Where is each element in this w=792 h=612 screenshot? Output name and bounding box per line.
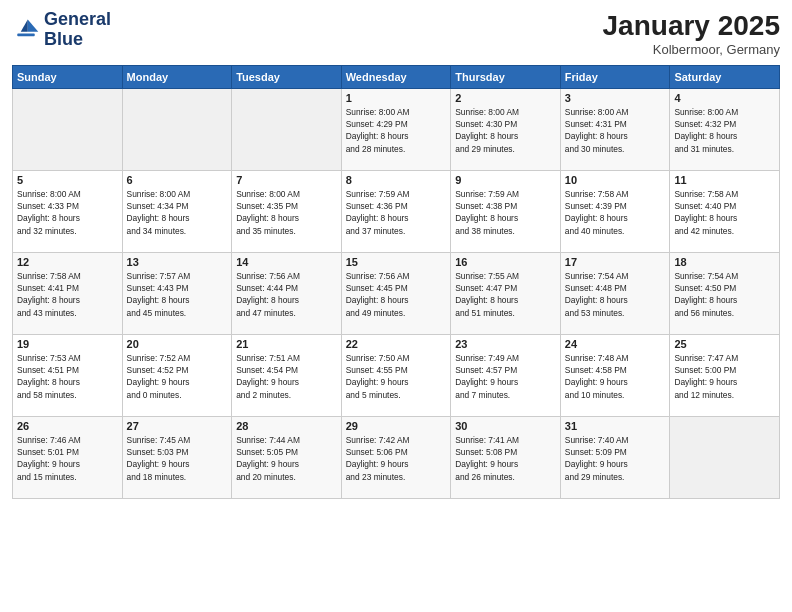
calendar-cell: 10Sunrise: 7:58 AM Sunset: 4:39 PM Dayli… — [560, 171, 670, 253]
day-number: 19 — [17, 338, 118, 350]
day-info: Sunrise: 7:46 AM Sunset: 5:01 PM Dayligh… — [17, 434, 118, 483]
day-number: 14 — [236, 256, 337, 268]
day-info: Sunrise: 7:47 AM Sunset: 5:00 PM Dayligh… — [674, 352, 775, 401]
day-info: Sunrise: 7:51 AM Sunset: 4:54 PM Dayligh… — [236, 352, 337, 401]
day-info: Sunrise: 7:53 AM Sunset: 4:51 PM Dayligh… — [17, 352, 118, 401]
calendar-cell — [13, 89, 123, 171]
calendar-cell: 23Sunrise: 7:49 AM Sunset: 4:57 PM Dayli… — [451, 335, 561, 417]
day-info: Sunrise: 8:00 AM Sunset: 4:29 PM Dayligh… — [346, 106, 447, 155]
day-info: Sunrise: 7:56 AM Sunset: 4:44 PM Dayligh… — [236, 270, 337, 319]
logo-text: General Blue — [44, 10, 111, 50]
calendar-cell: 17Sunrise: 7:54 AM Sunset: 4:48 PM Dayli… — [560, 253, 670, 335]
svg-marker-1 — [21, 19, 28, 31]
day-info: Sunrise: 7:58 AM Sunset: 4:40 PM Dayligh… — [674, 188, 775, 237]
day-number: 28 — [236, 420, 337, 432]
day-number: 18 — [674, 256, 775, 268]
calendar-cell: 27Sunrise: 7:45 AM Sunset: 5:03 PM Dayli… — [122, 417, 232, 499]
week-row-3: 12Sunrise: 7:58 AM Sunset: 4:41 PM Dayli… — [13, 253, 780, 335]
day-number: 5 — [17, 174, 118, 186]
day-number: 10 — [565, 174, 666, 186]
calendar-cell: 24Sunrise: 7:48 AM Sunset: 4:58 PM Dayli… — [560, 335, 670, 417]
calendar-cell: 26Sunrise: 7:46 AM Sunset: 5:01 PM Dayli… — [13, 417, 123, 499]
svg-marker-0 — [28, 19, 39, 31]
day-info: Sunrise: 7:42 AM Sunset: 5:06 PM Dayligh… — [346, 434, 447, 483]
day-info: Sunrise: 7:40 AM Sunset: 5:09 PM Dayligh… — [565, 434, 666, 483]
calendar-cell: 21Sunrise: 7:51 AM Sunset: 4:54 PM Dayli… — [232, 335, 342, 417]
day-number: 17 — [565, 256, 666, 268]
calendar-cell: 22Sunrise: 7:50 AM Sunset: 4:55 PM Dayli… — [341, 335, 451, 417]
week-row-4: 19Sunrise: 7:53 AM Sunset: 4:51 PM Dayli… — [13, 335, 780, 417]
calendar-cell: 28Sunrise: 7:44 AM Sunset: 5:05 PM Dayli… — [232, 417, 342, 499]
day-info: Sunrise: 7:44 AM Sunset: 5:05 PM Dayligh… — [236, 434, 337, 483]
day-info: Sunrise: 7:49 AM Sunset: 4:57 PM Dayligh… — [455, 352, 556, 401]
logo-line2: Blue — [44, 30, 111, 50]
day-info: Sunrise: 7:55 AM Sunset: 4:47 PM Dayligh… — [455, 270, 556, 319]
day-number: 8 — [346, 174, 447, 186]
calendar-cell — [122, 89, 232, 171]
calendar-cell: 20Sunrise: 7:52 AM Sunset: 4:52 PM Dayli… — [122, 335, 232, 417]
weekday-thursday: Thursday — [451, 66, 561, 89]
weekday-header-row: SundayMondayTuesdayWednesdayThursdayFrid… — [13, 66, 780, 89]
week-row-2: 5Sunrise: 8:00 AM Sunset: 4:33 PM Daylig… — [13, 171, 780, 253]
day-info: Sunrise: 8:00 AM Sunset: 4:35 PM Dayligh… — [236, 188, 337, 237]
calendar-cell: 3Sunrise: 8:00 AM Sunset: 4:31 PM Daylig… — [560, 89, 670, 171]
day-number: 31 — [565, 420, 666, 432]
week-row-1: 1Sunrise: 8:00 AM Sunset: 4:29 PM Daylig… — [13, 89, 780, 171]
location: Kolbermoor, Germany — [603, 42, 780, 57]
calendar-cell: 29Sunrise: 7:42 AM Sunset: 5:06 PM Dayli… — [341, 417, 451, 499]
header: General Blue January 2025 Kolbermoor, Ge… — [12, 10, 780, 57]
page-container: General Blue January 2025 Kolbermoor, Ge… — [0, 0, 792, 507]
day-number: 1 — [346, 92, 447, 104]
calendar-cell: 12Sunrise: 7:58 AM Sunset: 4:41 PM Dayli… — [13, 253, 123, 335]
calendar-cell: 4Sunrise: 8:00 AM Sunset: 4:32 PM Daylig… — [670, 89, 780, 171]
day-number: 27 — [127, 420, 228, 432]
calendar-cell: 8Sunrise: 7:59 AM Sunset: 4:36 PM Daylig… — [341, 171, 451, 253]
day-info: Sunrise: 7:59 AM Sunset: 4:36 PM Dayligh… — [346, 188, 447, 237]
title-block: January 2025 Kolbermoor, Germany — [603, 10, 780, 57]
month-title: January 2025 — [603, 10, 780, 42]
calendar-cell: 2Sunrise: 8:00 AM Sunset: 4:30 PM Daylig… — [451, 89, 561, 171]
day-info: Sunrise: 7:58 AM Sunset: 4:41 PM Dayligh… — [17, 270, 118, 319]
logo-icon — [12, 16, 40, 44]
calendar-cell: 30Sunrise: 7:41 AM Sunset: 5:08 PM Dayli… — [451, 417, 561, 499]
day-number: 20 — [127, 338, 228, 350]
day-info: Sunrise: 7:54 AM Sunset: 4:50 PM Dayligh… — [674, 270, 775, 319]
day-number: 9 — [455, 174, 556, 186]
calendar-cell: 9Sunrise: 7:59 AM Sunset: 4:38 PM Daylig… — [451, 171, 561, 253]
day-info: Sunrise: 7:52 AM Sunset: 4:52 PM Dayligh… — [127, 352, 228, 401]
calendar-cell: 18Sunrise: 7:54 AM Sunset: 4:50 PM Dayli… — [670, 253, 780, 335]
day-number: 12 — [17, 256, 118, 268]
day-info: Sunrise: 7:50 AM Sunset: 4:55 PM Dayligh… — [346, 352, 447, 401]
weekday-monday: Monday — [122, 66, 232, 89]
day-info: Sunrise: 8:00 AM Sunset: 4:34 PM Dayligh… — [127, 188, 228, 237]
calendar-table: SundayMondayTuesdayWednesdayThursdayFrid… — [12, 65, 780, 499]
day-info: Sunrise: 7:48 AM Sunset: 4:58 PM Dayligh… — [565, 352, 666, 401]
calendar-cell: 5Sunrise: 8:00 AM Sunset: 4:33 PM Daylig… — [13, 171, 123, 253]
day-number: 29 — [346, 420, 447, 432]
day-info: Sunrise: 8:00 AM Sunset: 4:30 PM Dayligh… — [455, 106, 556, 155]
calendar-cell: 11Sunrise: 7:58 AM Sunset: 4:40 PM Dayli… — [670, 171, 780, 253]
day-info: Sunrise: 7:54 AM Sunset: 4:48 PM Dayligh… — [565, 270, 666, 319]
calendar-cell: 13Sunrise: 7:57 AM Sunset: 4:43 PM Dayli… — [122, 253, 232, 335]
week-row-5: 26Sunrise: 7:46 AM Sunset: 5:01 PM Dayli… — [13, 417, 780, 499]
weekday-tuesday: Tuesday — [232, 66, 342, 89]
day-info: Sunrise: 8:00 AM Sunset: 4:31 PM Dayligh… — [565, 106, 666, 155]
day-number: 7 — [236, 174, 337, 186]
day-info: Sunrise: 7:41 AM Sunset: 5:08 PM Dayligh… — [455, 434, 556, 483]
day-info: Sunrise: 7:58 AM Sunset: 4:39 PM Dayligh… — [565, 188, 666, 237]
day-number: 4 — [674, 92, 775, 104]
calendar-cell — [670, 417, 780, 499]
day-number: 3 — [565, 92, 666, 104]
weekday-friday: Friday — [560, 66, 670, 89]
day-info: Sunrise: 7:45 AM Sunset: 5:03 PM Dayligh… — [127, 434, 228, 483]
day-number: 25 — [674, 338, 775, 350]
day-number: 22 — [346, 338, 447, 350]
weekday-sunday: Sunday — [13, 66, 123, 89]
day-number: 16 — [455, 256, 556, 268]
calendar-cell: 19Sunrise: 7:53 AM Sunset: 4:51 PM Dayli… — [13, 335, 123, 417]
calendar-cell: 1Sunrise: 8:00 AM Sunset: 4:29 PM Daylig… — [341, 89, 451, 171]
day-info: Sunrise: 8:00 AM Sunset: 4:32 PM Dayligh… — [674, 106, 775, 155]
calendar-cell — [232, 89, 342, 171]
calendar-cell: 16Sunrise: 7:55 AM Sunset: 4:47 PM Dayli… — [451, 253, 561, 335]
calendar-cell: 31Sunrise: 7:40 AM Sunset: 5:09 PM Dayli… — [560, 417, 670, 499]
